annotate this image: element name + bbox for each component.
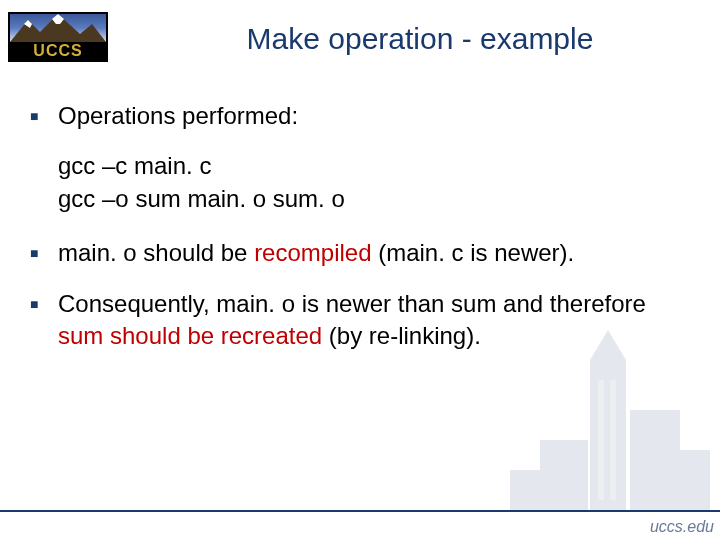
footer-url: uccs.edu [650, 518, 714, 536]
bullet-3-text: Consequently, main. o is newer than sum … [58, 288, 690, 353]
b2-part1: main. o should be [58, 239, 254, 266]
uccs-logo: UCCS [8, 12, 108, 62]
svg-rect-7 [610, 380, 616, 500]
svg-rect-1 [630, 410, 680, 510]
slide-body: ■ Operations performed: gcc –c main. c g… [30, 100, 690, 370]
footer-divider [0, 510, 720, 512]
b3-part1: Consequently, main. o is newer than sum … [58, 290, 646, 317]
svg-rect-5 [510, 470, 540, 510]
svg-rect-2 [540, 440, 588, 510]
bullet-1-text: Operations performed: [58, 100, 690, 132]
b2-part2: (main. c is newer). [372, 239, 575, 266]
b2-red: recompiled [254, 239, 371, 266]
code-block: gcc –c main. c gcc –o sum main. o sum. o [58, 150, 690, 215]
bullet-2-text: main. o should be recompiled (main. c is… [58, 237, 690, 269]
svg-rect-6 [598, 380, 604, 500]
bullet-2: ■ main. o should be recompiled (main. c … [30, 237, 690, 269]
b3-red: sum should be recreated [58, 322, 322, 349]
logo-text: UCCS [10, 42, 106, 60]
svg-rect-4 [680, 450, 710, 510]
bullet-1: ■ Operations performed: [30, 100, 690, 132]
slide-title: Make operation - example [140, 22, 700, 56]
bullet-marker-icon: ■ [30, 237, 58, 269]
code-line-2: gcc –o sum main. o sum. o [58, 183, 690, 215]
bullet-marker-icon: ■ [30, 100, 58, 132]
bullet-marker-icon: ■ [30, 288, 58, 353]
code-line-1: gcc –c main. c [58, 150, 690, 182]
bullet-3: ■ Consequently, main. o is newer than su… [30, 288, 690, 353]
b3-part2: (by re-linking). [322, 322, 481, 349]
svg-rect-0 [590, 360, 626, 510]
logo-mountain-art [10, 14, 106, 42]
